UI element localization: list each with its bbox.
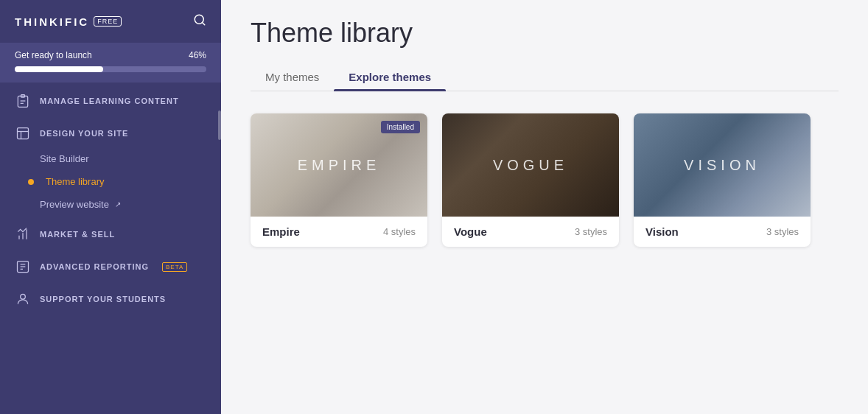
svg-line-1 bbox=[202, 22, 204, 24]
tab-my-themes[interactable]: My themes bbox=[251, 63, 334, 91]
progress-percent: 46% bbox=[189, 50, 206, 60]
sidebar-item-design-site-label: DESIGN YOUR SITE bbox=[40, 129, 128, 138]
beta-badge: BETA bbox=[162, 262, 187, 272]
theme-card-empire-footer: Empire 4 styles bbox=[251, 217, 427, 247]
svg-rect-6 bbox=[18, 128, 29, 139]
theme-card-empire-image: Installed Empire bbox=[251, 113, 427, 217]
theme-vogue-name: Vogue bbox=[454, 225, 487, 238]
theme-empire-overlay: Empire bbox=[298, 157, 381, 174]
logo-text: THINKIFIC bbox=[15, 15, 89, 28]
sidebar-logo-area: THINKIFIC FREE bbox=[0, 0, 221, 43]
page-title: Theme library bbox=[251, 18, 839, 49]
support-icon bbox=[15, 291, 31, 307]
theme-vision-overlay: Vision bbox=[684, 157, 760, 174]
progress-bar-background bbox=[15, 66, 206, 72]
theme-empire-styles: 4 styles bbox=[383, 226, 416, 237]
tab-explore-themes[interactable]: Explore themes bbox=[334, 63, 446, 91]
theme-card-empire[interactable]: Installed Empire Empire 4 styles bbox=[251, 113, 427, 247]
layout-icon bbox=[15, 125, 31, 141]
themes-grid: Installed Empire Empire 4 styles Vogue V… bbox=[221, 91, 868, 269]
theme-card-vision-image: Vision bbox=[634, 113, 811, 217]
theme-vogue-overlay: Vogue bbox=[493, 157, 568, 174]
sidebar-item-market-sell[interactable]: MARKET & SELL bbox=[0, 216, 221, 248]
logo-badge: FREE bbox=[94, 16, 122, 27]
theme-empire-name: Empire bbox=[262, 225, 300, 238]
progress-text: Get ready to launch bbox=[15, 50, 92, 60]
progress-bar-fill bbox=[15, 66, 103, 72]
tabs-bar: My themes Explore themes bbox=[251, 63, 839, 91]
sidebar-item-design-site[interactable]: DESIGN YOUR SITE bbox=[0, 115, 221, 147]
theme-vision-name: Vision bbox=[645, 225, 679, 238]
theme-card-vogue[interactable]: Vogue Vogue 3 styles bbox=[442, 113, 619, 247]
sidebar-nav: MANAGE LEARNING CONTENT DESIGN YOUR SITE… bbox=[0, 83, 221, 414]
sidebar-item-advanced-reporting-label: ADVANCED REPORTING bbox=[40, 262, 149, 271]
sidebar-subitem-theme-library[interactable]: Theme library bbox=[0, 170, 221, 193]
main-content: Theme library My themes Explore themes I… bbox=[221, 0, 868, 414]
sidebar-item-support-students-label: SUPPORT YOUR STUDENTS bbox=[40, 295, 166, 304]
theme-vision-styles: 3 styles bbox=[766, 226, 799, 237]
theme-card-vogue-image: Vogue bbox=[442, 113, 619, 217]
sidebar-subitem-preview-website[interactable]: Preview website ↗ bbox=[0, 193, 221, 216]
active-dot-icon bbox=[28, 179, 34, 185]
chart-icon bbox=[15, 226, 31, 242]
sidebar-item-support-students[interactable]: SUPPORT YOUR STUDENTS bbox=[0, 281, 221, 313]
progress-section: Get ready to launch 46% bbox=[0, 43, 221, 83]
sidebar-item-advanced-reporting[interactable]: ADVANCED REPORTING BETA bbox=[0, 248, 221, 281]
installed-badge: Installed bbox=[381, 121, 420, 133]
sidebar: THINKIFIC FREE Get ready to launch 46% bbox=[0, 0, 221, 414]
sidebar-subitem-preview-label: Preview website bbox=[40, 199, 109, 210]
page-header: Theme library My themes Explore themes bbox=[221, 0, 868, 91]
sidebar-item-market-sell-label: MARKET & SELL bbox=[40, 230, 115, 239]
theme-vogue-styles: 3 styles bbox=[575, 226, 607, 237]
svg-point-16 bbox=[21, 294, 26, 299]
theme-card-vision-footer: Vision 3 styles bbox=[634, 217, 811, 247]
sidebar-subitem-site-builder-label: Site Builder bbox=[40, 153, 88, 164]
clipboard-icon bbox=[15, 93, 31, 109]
progress-label: Get ready to launch 46% bbox=[15, 50, 206, 60]
sidebar-subitem-site-builder[interactable]: Site Builder bbox=[0, 147, 221, 170]
search-icon[interactable] bbox=[193, 13, 206, 29]
external-link-icon: ↗ bbox=[115, 200, 121, 208]
reporting-icon bbox=[15, 259, 31, 275]
sidebar-item-manage-learning-label: MANAGE LEARNING CONTENT bbox=[40, 97, 179, 105]
sidebar-item-manage-learning[interactable]: MANAGE LEARNING CONTENT bbox=[0, 83, 221, 115]
sidebar-scrollbar[interactable] bbox=[218, 110, 221, 140]
theme-card-vogue-footer: Vogue 3 styles bbox=[442, 217, 619, 247]
sidebar-subitem-theme-library-label: Theme library bbox=[46, 176, 104, 187]
theme-card-vision[interactable]: Vision Vision 3 styles bbox=[634, 113, 811, 247]
